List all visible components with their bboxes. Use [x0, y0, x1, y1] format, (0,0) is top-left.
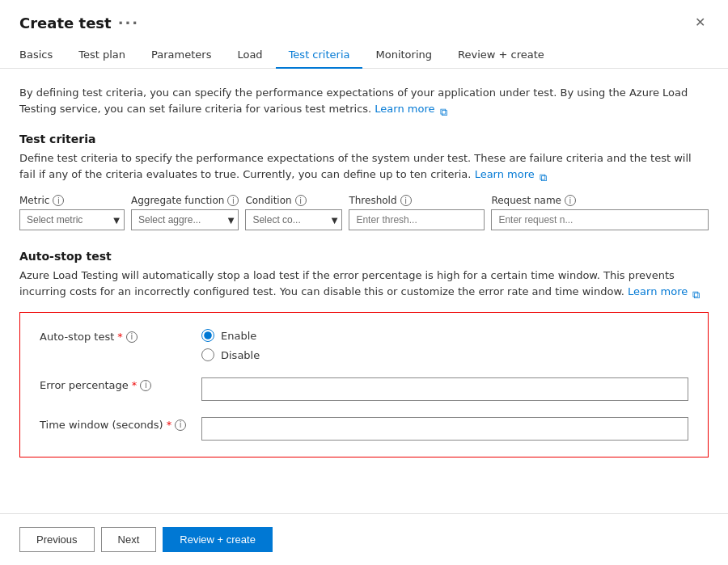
test-criteria-desc: Define test criteria to specify the perf… — [19, 150, 709, 182]
autostop-learn-more-link[interactable]: Learn more ⧉ — [628, 285, 702, 297]
dialog-footer: Previous Next Review + create — [0, 513, 728, 565]
metric-info-icon[interactable]: i — [53, 195, 64, 206]
criteria-learn-more-link[interactable]: Learn more ⧉ — [475, 168, 549, 180]
create-test-dialog: Create test ··· ✕ Basics Test plan Param… — [0, 0, 728, 565]
disable-radio-label: Disable — [221, 349, 260, 361]
tab-parameters[interactable]: Parameters — [138, 42, 224, 69]
request-name-info-icon[interactable]: i — [565, 195, 576, 206]
tabs-list: Basics Test plan Parameters Load Test cr… — [19, 42, 709, 68]
condition-select-wrapper: Select co... ▼ — [245, 209, 342, 230]
condition-label: Condition i — [245, 195, 342, 206]
intro-learn-more-link[interactable]: Learn more ⧉ — [375, 103, 449, 115]
tab-monitoring[interactable]: Monitoring — [362, 42, 445, 69]
next-button[interactable]: Next — [101, 527, 157, 552]
metric-select-wrapper: Select metric ▼ — [19, 209, 125, 230]
metric-select[interactable]: Select metric — [19, 209, 125, 230]
tab-load[interactable]: Load — [224, 42, 275, 69]
error-percentage-input[interactable]: 90 — [201, 377, 688, 401]
dialog-title: Create test ··· — [19, 15, 139, 32]
autostop-box: Auto-stop test * i Enable Disable — [19, 312, 709, 457]
aggregate-function-label: Aggregate function i — [131, 195, 239, 206]
tab-test-plan[interactable]: Test plan — [66, 42, 138, 69]
time-window-label: Time window (seconds) * i — [40, 417, 201, 431]
review-create-button[interactable]: Review + create — [163, 527, 273, 552]
request-name-label: Request name i — [491, 195, 709, 206]
autostop-enable-label: Auto-stop test * i — [40, 329, 201, 343]
dialog-header: Create test ··· ✕ — [0, 0, 728, 32]
tab-basics[interactable]: Basics — [19, 42, 66, 69]
main-content: By defining test criteria, you can speci… — [0, 69, 728, 513]
error-percentage-required-star: * — [132, 379, 138, 391]
criteria-external-link-icon: ⧉ — [540, 170, 549, 179]
autostop-radio-group: Enable Disable — [201, 329, 260, 361]
autostop-required-star: * — [117, 331, 123, 343]
test-criteria-section: Test criteria Define test criteria to sp… — [19, 133, 709, 230]
autostop-enable-row: Auto-stop test * i Enable Disable — [40, 329, 688, 361]
request-name-field-group: Request name i — [491, 195, 709, 230]
external-link-icon: ⧉ — [440, 104, 450, 114]
dialog-title-text: Create test — [19, 15, 112, 32]
intro-text: By defining test criteria, you can speci… — [19, 85, 709, 116]
dialog-title-dots: ··· — [118, 15, 140, 32]
tab-test-criteria[interactable]: Test criteria — [276, 42, 363, 69]
condition-info-icon[interactable]: i — [295, 195, 307, 206]
test-criteria-title: Test criteria — [19, 133, 709, 145]
aggregate-info-icon[interactable]: i — [227, 195, 239, 206]
condition-select[interactable]: Select co... — [245, 209, 342, 230]
tabs-container: Basics Test plan Parameters Load Test cr… — [0, 32, 728, 69]
threshold-input[interactable] — [349, 209, 485, 230]
enable-radio-label: Enable — [221, 330, 256, 342]
request-name-input[interactable] — [491, 209, 709, 230]
enable-radio-input[interactable] — [201, 329, 214, 342]
time-window-row: Time window (seconds) * i 60 — [40, 417, 688, 441]
enable-radio-option[interactable]: Enable — [201, 329, 260, 342]
error-percentage-label: Error percentage * i — [40, 377, 201, 391]
autostop-desc: Azure Load Testing will automatically st… — [19, 268, 709, 299]
aggregate-select-wrapper: Select aggre... ▼ — [131, 209, 239, 230]
disable-radio-input[interactable] — [201, 348, 214, 361]
metric-label: Metric i — [19, 195, 125, 206]
condition-field-group: Condition i Select co... ▼ — [245, 195, 342, 230]
autostop-info-icon[interactable]: i — [126, 331, 138, 343]
time-window-required-star: * — [167, 419, 172, 431]
threshold-label: Threshold i — [349, 195, 485, 206]
threshold-field-group: Threshold i — [349, 195, 485, 230]
aggregate-select[interactable]: Select aggre... — [131, 209, 239, 230]
previous-button[interactable]: Previous — [19, 527, 95, 552]
metric-field-group: Metric i Select metric ▼ — [19, 195, 125, 230]
disable-radio-option[interactable]: Disable — [201, 348, 260, 361]
threshold-info-icon[interactable]: i — [400, 195, 412, 206]
tab-review-create[interactable]: Review + create — [445, 42, 557, 69]
error-percentage-row: Error percentage * i 90 — [40, 377, 688, 401]
aggregate-function-field-group: Aggregate function i Select aggre... ▼ — [131, 195, 239, 230]
autostop-external-link-icon: ⧉ — [692, 287, 702, 297]
error-percentage-info-icon[interactable]: i — [140, 380, 151, 391]
time-window-info-icon[interactable]: i — [175, 420, 186, 431]
autostop-title: Auto-stop test — [19, 250, 709, 263]
time-window-input[interactable]: 60 — [201, 417, 688, 441]
autostop-section: Auto-stop test Azure Load Testing will a… — [19, 250, 709, 457]
close-button[interactable]: ✕ — [692, 13, 709, 32]
criteria-fields-row: Metric i Select metric ▼ Aggregate funct… — [19, 195, 709, 230]
